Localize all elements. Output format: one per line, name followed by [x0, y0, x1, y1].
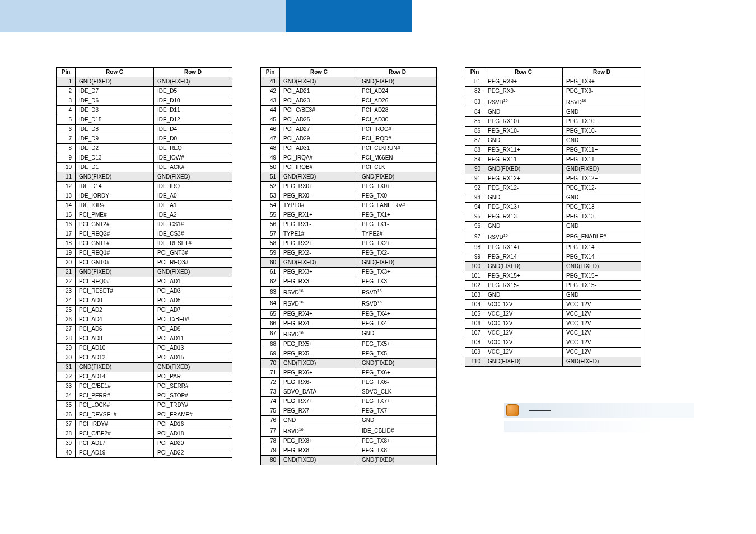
row-c-cell: RSVD16: [484, 231, 563, 242]
table-row: 84GNDGND: [465, 107, 641, 117]
table-row: 86PEG_RX10-PEG_TX10-: [465, 127, 641, 136]
pin-cell: 37: [57, 420, 76, 429]
pin-cell: 90: [465, 165, 484, 174]
table-row: 57TYPE1#TYPE2#: [261, 229, 437, 239]
pin-cell: 27: [57, 325, 76, 334]
col-header-pin: Pin: [465, 68, 484, 77]
row-d-cell: PEG_TX4+: [358, 309, 437, 318]
row-d-cell: IDE_D4: [154, 125, 232, 134]
row-d-cell: PEG_TX7-: [358, 406, 437, 415]
pin-cell: 99: [465, 252, 484, 261]
row-d-cell: PCI_PAR: [154, 372, 232, 382]
pin-cell: 2: [57, 87, 76, 96]
row-c-cell: IDE_D2: [76, 144, 154, 153]
row-d-cell: PCI_AD7: [154, 306, 232, 315]
table-row: 47PCI_AD29PCI_IRQD#: [261, 134, 437, 144]
pin-cell: 1: [57, 77, 76, 87]
row-d-cell: PEG_TX0+: [358, 182, 437, 191]
row-c-cell: PCI_AD27: [280, 125, 358, 134]
row-c-cell: GND(FIXED): [280, 456, 358, 465]
table-row: 69PEG_RX5-PEG_TX5-: [261, 349, 437, 358]
row-d-cell: PCI_STOP#: [154, 391, 232, 401]
pin-cell: 56: [261, 220, 280, 229]
pin-cell: 93: [465, 193, 484, 203]
pin-cell: 53: [261, 191, 280, 201]
row-c-cell: RSVD16: [280, 287, 358, 298]
row-c-cell: PCI_IRDY#: [76, 420, 154, 429]
row-d-cell: GND(FIXED): [154, 268, 232, 277]
pin-cell: 15: [57, 210, 76, 220]
row-c-cell: PEG_RX14-: [484, 252, 563, 261]
pin-cell: 104: [465, 299, 484, 309]
pin-cell: 100: [465, 261, 484, 271]
pin-cell: 21: [57, 268, 76, 277]
row-d-cell: IDE_A0: [154, 191, 232, 201]
table-row: 107VCC_12VVCC_12V: [465, 328, 641, 338]
table-row: 32PCI_AD14PCI_PAR: [57, 372, 232, 382]
col-header-row-d: Row D: [358, 68, 437, 77]
pin-cell: 69: [261, 349, 280, 358]
row-c-cell: VCC_12V: [484, 328, 563, 338]
note-icon: [506, 404, 519, 416]
row-c-cell: VCC_12V: [484, 338, 563, 347]
table-row: 108VCC_12VVCC_12V: [465, 338, 641, 347]
pin-cell: 51: [261, 172, 280, 182]
table-row: 16PCI_GNT2#IDE_CS1#: [57, 220, 232, 229]
row-d-cell: PEG_TX14-: [563, 252, 641, 261]
table-row: 39PCI_AD17PCI_AD20: [57, 439, 232, 448]
table-row: 101PEG_RX15+PEG_TX15+: [465, 271, 641, 280]
row-d-cell: PEG_TX9+: [563, 77, 641, 87]
pin-cell: 48: [261, 144, 280, 153]
row-d-cell: VCC_12V: [563, 328, 641, 338]
row-d-cell: PCI_AD22: [154, 448, 232, 458]
row-c-cell: PCI_C/BE2#: [76, 429, 154, 439]
pin-cell: 106: [465, 318, 484, 328]
table-row: 28PCI_AD8PCI_AD11: [57, 334, 232, 344]
row-d-cell: IDE_CBLID#: [358, 425, 437, 436]
pin-cell: 29: [57, 344, 76, 353]
row-d-cell: PEG_TX2-: [358, 249, 437, 258]
pin-cell: 91: [465, 174, 484, 184]
pin-cell: 50: [261, 163, 280, 172]
row-d-cell: GND(FIXED): [563, 261, 641, 271]
row-c-cell: PCI_AD23: [280, 96, 358, 106]
table-row: 88PEG_RX11+PEG_TX11+: [465, 146, 641, 155]
table-row: 93GNDGND: [465, 193, 641, 203]
row-c-cell: PEG_RX13-: [484, 212, 563, 222]
row-c-cell: GND(FIXED): [280, 358, 358, 368]
row-d-cell: PCI_AD20: [154, 439, 232, 448]
pin-table-1: PinRow CRow D1GND(FIXED)GND(FIXED)2IDE_D…: [56, 67, 232, 458]
row-d-cell: PCI_REQ3#: [154, 258, 232, 268]
row-c-cell: PEG_RX2+: [280, 239, 358, 249]
pin-cell: 31: [57, 363, 76, 372]
row-d-cell: GND(FIXED): [358, 456, 437, 465]
pin-cell: 46: [261, 125, 280, 134]
row-d-cell: GND(FIXED): [154, 77, 232, 87]
row-d-cell: PCI_SERR#: [154, 382, 232, 391]
note-row: [504, 403, 694, 418]
row-c-cell: GND: [484, 290, 563, 299]
table-row: 110GND(FIXED)GND(FIXED): [465, 357, 641, 366]
pin-cell: 45: [261, 115, 280, 125]
row-d-cell: VCC_12V: [563, 299, 641, 309]
row-c-cell: VCC_12V: [484, 309, 563, 318]
row-c-cell: PCI_AD0: [76, 296, 154, 306]
table-row: 6IDE_D8IDE_D4: [57, 125, 232, 134]
table-row: 102PEG_RX15-PEG_TX15-: [465, 280, 641, 290]
pin-cell: 81: [465, 77, 484, 87]
row-c-cell: PEG_RX14+: [484, 242, 563, 252]
table-row: 103GNDGND: [465, 290, 641, 299]
table-row: 59PEG_RX2-PEG_TX2-: [261, 249, 437, 258]
pin-cell: 95: [465, 212, 484, 222]
row-d-cell: PEG_TX14+: [563, 242, 641, 252]
row-d-cell: PEG_TX8+: [358, 437, 437, 446]
pin-cell: 86: [465, 127, 484, 136]
row-c-cell: PCI_AD21: [280, 87, 358, 96]
table-row: 83RSVD16RSVD16: [465, 96, 641, 107]
pin-cell: 62: [261, 277, 280, 287]
row-c-cell: PCI_AD25: [280, 115, 358, 125]
row-d-cell: GND(FIXED): [154, 172, 232, 182]
pin-cell: 23: [57, 287, 76, 296]
table-row: 43PCI_AD23PCI_AD26: [261, 96, 437, 106]
table-row: 67RSVD16GND: [261, 328, 437, 339]
